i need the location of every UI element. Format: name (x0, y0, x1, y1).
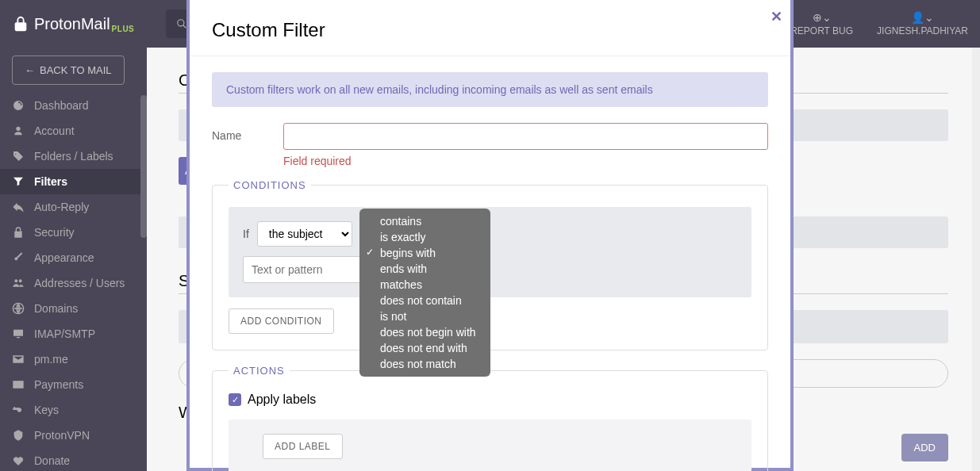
add-condition-button[interactable]: ADD CONDITION (229, 308, 334, 334)
apply-labels-checkbox[interactable]: ✓ (229, 393, 241, 406)
dropdown-option[interactable]: is exactly (359, 229, 490, 245)
dropdown-option[interactable]: matches (359, 277, 490, 293)
name-input[interactable] (283, 123, 768, 150)
dropdown-option[interactable]: is not (359, 308, 490, 324)
subject-select[interactable]: the subject (257, 221, 352, 247)
dropdown-option[interactable]: begins with (359, 245, 490, 261)
close-icon[interactable]: ✕ (771, 8, 782, 25)
add-label-button[interactable]: ADD LABEL (263, 434, 343, 459)
dropdown-option[interactable]: does not begin with (359, 324, 490, 340)
labels-block: ADD LABEL (229, 419, 751, 471)
actions-fieldset: ACTIONS ✓ Apply labels ADD LABEL (212, 365, 768, 471)
dropdown-option[interactable]: does not contain (359, 293, 490, 308)
actions-legend: ACTIONS (229, 365, 290, 377)
operator-dropdown[interactable]: containsis exactlybegins withends withma… (359, 209, 490, 377)
apply-labels-row: ✓ Apply labels (229, 392, 751, 407)
info-banner: Custom filters work on all new emails, i… (212, 72, 768, 107)
dropdown-option[interactable]: does not end with (359, 340, 490, 356)
apply-labels-label: Apply labels (248, 392, 316, 407)
name-field-row: Name Field required (212, 123, 768, 167)
dropdown-option[interactable]: ends with (359, 261, 490, 277)
name-error: Field required (283, 155, 768, 167)
if-label: If (243, 228, 249, 240)
dropdown-option[interactable]: contains (359, 213, 490, 229)
modal-title: Custom Filter (190, 0, 790, 56)
dropdown-option[interactable]: does not match (359, 356, 490, 372)
name-label: Name (212, 123, 267, 142)
conditions-legend: CONDITIONS (229, 179, 311, 191)
